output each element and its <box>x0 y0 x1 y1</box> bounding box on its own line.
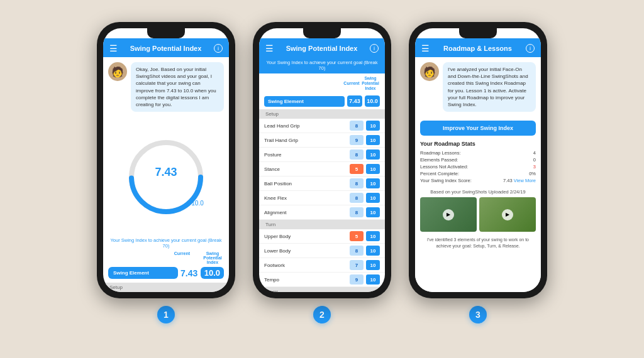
video-thumb-2[interactable]: ▶ <box>479 197 536 232</box>
spi-col-label-1: Swing Potential Index <box>203 251 223 264</box>
section-lever-2: Lever <box>259 287 385 292</box>
header-title-2: Swing Potential Index <box>277 45 366 52</box>
stat-val-passed: 0 <box>533 157 536 163</box>
val-fw-spi: 10 <box>366 260 380 270</box>
row-name-stance: Stance <box>264 166 347 172</box>
section-turn-2: Turn <box>259 220 385 229</box>
info-icon-1[interactable]: i <box>214 44 223 53</box>
phone-2: ☰ Swing Potential Index i Your Swing Ind… <box>253 22 391 298</box>
val-tempo-spi: 10 <box>366 274 380 285</box>
stat-val-percent: 0% <box>529 171 536 176</box>
app-header-3: ☰ Roadmap & Lessons i <box>415 38 541 57</box>
val-fw-curr: 7 <box>350 260 364 270</box>
val-align-curr: 8 <box>350 207 364 217</box>
videos-row: ▶ ▶ <box>420 197 536 232</box>
row-name-tempo: Tempo <box>264 277 347 283</box>
row-footwork: Footwork 7 10 <box>259 258 385 273</box>
row-upper-body: Upper Body 5 10 <box>259 229 385 244</box>
row-stance: Stance 5 10 <box>259 162 385 176</box>
video-thumb-1[interactable]: ▶ <box>420 197 477 232</box>
stat-label-percent: Percent Complete: <box>420 171 459 176</box>
gauge-container: 7.43 10.0 <box>103 117 229 237</box>
row-name-lb: Lower Body <box>264 248 347 254</box>
spi-score-1: 10.0 <box>201 267 224 279</box>
val-stance-spi: 10 <box>366 164 380 174</box>
val-lhg-spi: 10 <box>366 121 380 131</box>
roadmap-stats: Your Roadmap Stats Roadmap Lessons: 4 El… <box>415 138 541 187</box>
play-btn-2[interactable]: ▶ <box>502 209 513 220</box>
avatar-1: 🧑 <box>108 62 127 81</box>
current-score-1: 7.43 <box>180 268 198 278</box>
row-posture: Posture 8 10 <box>259 148 385 162</box>
stat-val-lessons: 4 <box>533 150 536 156</box>
row-name-bp: Ball Position <box>264 181 347 187</box>
screens-container: ☰ Swing Potential Index i 🧑 Okay, Joe. B… <box>78 9 566 349</box>
svg-text:7.43: 7.43 <box>155 166 177 178</box>
val-thg-curr: 9 <box>350 135 364 145</box>
stat-passed: Elements Passed: 0 <box>420 156 536 163</box>
header-title-1: Swing Potential Index <box>121 45 210 52</box>
header-row-blue: Swing Element 7.43 10.0 <box>259 93 385 109</box>
gauge-svg: 7.43 10.0 <box>122 133 210 221</box>
row-name-ub: Upper Body <box>264 234 347 239</box>
row-alignment: Alignment 8 10 <box>259 205 385 220</box>
chat-bubble-1: Okay, Joe. Based on your initial SwingSh… <box>131 62 224 112</box>
section-setup-2: Setup <box>259 109 385 119</box>
notch-2 <box>303 28 341 38</box>
chat-bubble-3: I've analyzed your initial Face-On and D… <box>443 62 536 112</box>
chat-section-3: 🧑 I've analyzed your initial Face-On and… <box>415 57 541 117</box>
val-lb-spi: 10 <box>366 246 380 256</box>
val-ub-spi: 10 <box>366 231 380 241</box>
val-stance-curr: 5 <box>350 164 364 174</box>
row-name-thg: Trail Hand Grip <box>264 138 347 143</box>
notch-1 <box>147 28 185 38</box>
val-pos-curr: 8 <box>350 149 364 160</box>
row-name-lhg: Lead Hand Grip <box>264 123 347 129</box>
val-lb-curr: 8 <box>350 246 364 256</box>
roadmap-stats-title: Your Roadmap Stats <box>420 141 536 147</box>
screen2-content: Your Swing Index to achieve your current… <box>259 57 385 292</box>
scores-header-1: Current Swing Potential Index <box>103 251 229 264</box>
col-current-label: Current <box>342 81 361 85</box>
stat-percent: Percent Complete: 0% <box>420 170 536 177</box>
phone-inner-3: ☰ Roadmap & Lessons i 🧑 I've analyzed yo… <box>415 28 541 292</box>
phone-wrapper-3: ☰ Roadmap & Lessons i 🧑 I've analyzed yo… <box>409 22 547 323</box>
swing-row-1: Swing Element 7.43 10.0 <box>103 264 229 283</box>
sub-header-2: Your Swing Index to achieve your current… <box>259 57 385 73</box>
row-name-align: Alignment <box>264 210 347 215</box>
circle-num-2: 2 <box>313 306 331 323</box>
stat-val-index: 7.43 View More <box>503 178 536 183</box>
view-more-link[interactable]: View More <box>514 178 536 183</box>
stat-label-not-activated: Lessons Not Activated: <box>420 164 468 170</box>
info-icon-2[interactable]: i <box>370 44 379 53</box>
screen1-content: 7.43 10.0 Your Swing Index to achieve yo… <box>103 117 229 292</box>
menu-icon-1[interactable]: ☰ <box>109 43 118 53</box>
menu-icon-3[interactable]: ☰ <box>421 43 430 53</box>
phone-wrapper-1: ☰ Swing Potential Index i 🧑 Okay, Joe. B… <box>97 22 235 323</box>
video-footer-text: I've identified 3 elements of your swing… <box>415 234 541 252</box>
swing-element-label-2: Swing Element <box>264 96 345 107</box>
avatar-3: 🧑 <box>420 62 439 81</box>
stat-label-lessons: Roadmap Lessons: <box>420 150 461 156</box>
play-btn-1[interactable]: ▶ <box>443 209 454 220</box>
app-header-2: ☰ Swing Potential Index i <box>259 38 385 57</box>
circle-num-3: 3 <box>469 306 487 323</box>
menu-icon-2[interactable]: ☰ <box>265 43 274 53</box>
stat-not-activated: Lessons Not Activated: 3 <box>420 163 536 170</box>
phone-wrapper-2: ☰ Swing Potential Index i Your Swing Ind… <box>253 22 391 323</box>
stat-label-index: Your Swing Index Score: <box>420 178 472 183</box>
section-setup-1: Setup <box>103 283 229 292</box>
val-tempo-curr: 9 <box>350 274 364 285</box>
val-kf-curr: 8 <box>350 193 364 203</box>
swing-element-btn-1[interactable]: Swing Element <box>108 267 178 279</box>
row-tempo: Tempo 9 10 <box>259 273 385 287</box>
phone-inner-2: ☰ Swing Potential Index i Your Swing Ind… <box>259 28 385 292</box>
spi-val-2: 10.0 <box>365 95 380 107</box>
improve-btn[interactable]: Improve Your Swing Index <box>420 121 536 136</box>
chat-section-1: 🧑 Okay, Joe. Based on your initial Swing… <box>103 57 229 117</box>
header-title-3: Roadmap & Lessons <box>433 45 522 52</box>
info-icon-3[interactable]: i <box>526 44 535 53</box>
stat-lessons: Roadmap Lessons: 4 <box>420 149 536 156</box>
app-header-1: ☰ Swing Potential Index i <box>103 38 229 57</box>
current-val-2: 7.43 <box>347 95 362 107</box>
